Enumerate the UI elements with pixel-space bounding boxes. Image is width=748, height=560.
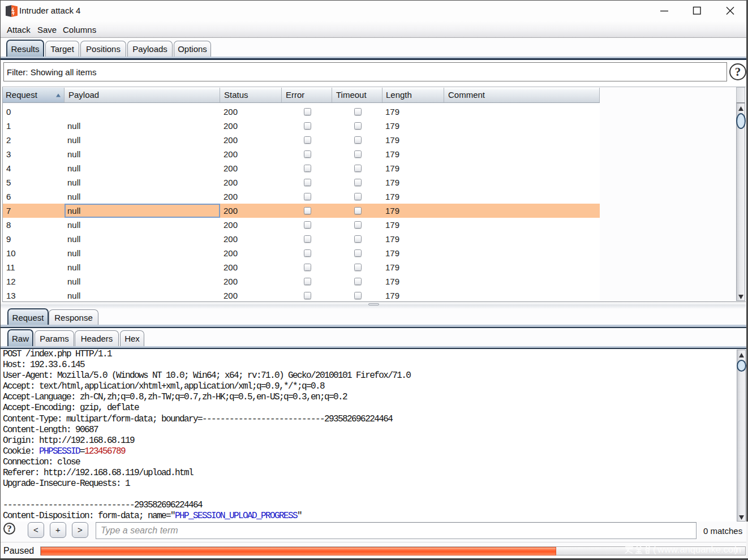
svg-text:(: ( bbox=[653, 544, 656, 554]
svg-text:): ) bbox=[734, 544, 738, 554]
svg-text:www.anquanke.com: www.anquanke.com bbox=[657, 544, 741, 554]
